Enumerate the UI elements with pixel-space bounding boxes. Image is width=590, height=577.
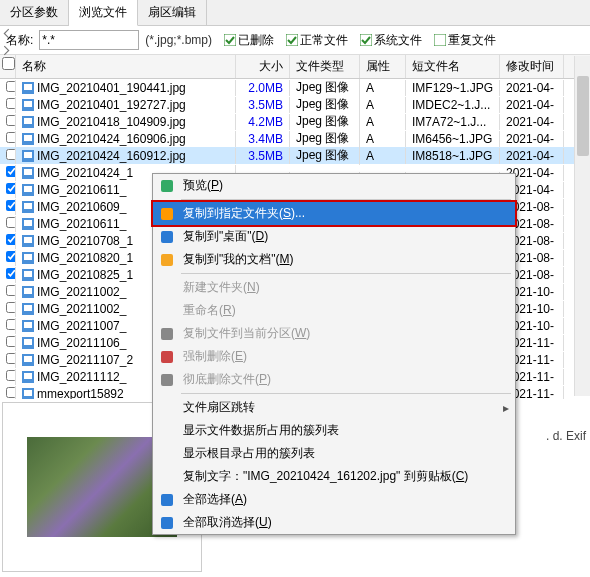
menu-label: 全部选择(A)	[183, 491, 247, 508]
row-checkbox[interactable]	[6, 302, 16, 313]
row-checkbox[interactable]	[6, 115, 16, 126]
file-attr: A	[360, 148, 406, 164]
row-checkbox[interactable]	[6, 353, 16, 364]
row-checkbox[interactable]	[6, 217, 16, 228]
row-checkbox[interactable]	[6, 336, 16, 347]
menu-item: 强制删除(E)	[153, 345, 515, 368]
menu-label: 重命名(R)	[183, 302, 236, 319]
select-all-checkbox[interactable]	[2, 57, 15, 70]
row-checkbox[interactable]	[6, 132, 16, 143]
row-checkbox[interactable]	[6, 370, 16, 381]
row-checkbox[interactable]	[6, 98, 16, 109]
filter-bar: 名称: (*.jpg;*.bmp) 已删除 正常文件 系统文件 重复文件	[0, 26, 590, 55]
menu-item[interactable]: 显示文件数据所占用的簇列表	[153, 419, 515, 442]
table-row[interactable]: IMG_20210401_190441.jpg2.0MBJpeg 图像AIMF1…	[0, 79, 590, 96]
file-short: IMDEC2~1.J...	[406, 97, 500, 113]
row-checkbox[interactable]	[6, 200, 16, 211]
svg-rect-17	[24, 186, 32, 192]
header-name[interactable]: 名称	[16, 55, 236, 78]
file-name: IMG_20210424_160906.jpg	[37, 132, 186, 146]
file-name: IMG_20210609_	[37, 200, 126, 214]
tab-partition[interactable]: 分区参数	[0, 0, 69, 25]
header-attr[interactable]: 属性	[360, 55, 406, 78]
file-name: IMG_20210820_1	[37, 251, 133, 265]
menu-label: 复制到指定文件夹(S)...	[183, 205, 305, 222]
svg-rect-25	[24, 254, 32, 260]
chk-normal[interactable]: 正常文件	[286, 32, 348, 49]
row-checkbox[interactable]	[6, 387, 16, 398]
image-file-icon	[22, 303, 34, 315]
file-type: Jpeg 图像	[290, 146, 360, 165]
row-checkbox[interactable]	[6, 251, 16, 262]
table-row[interactable]: IMG_20210401_192727.jpg3.5MBJpeg 图像AIMDE…	[0, 96, 590, 113]
image-file-icon	[22, 82, 34, 94]
menu-separator	[181, 199, 511, 200]
file-name: IMG_20210611_	[37, 183, 126, 197]
table-row[interactable]: IMG_20210424_160912.jpg3.5MBJpeg 图像AIM85…	[0, 147, 590, 164]
menu-label: 复制文字："IMG_20210424_161202.jpg" 到剪贴板(C)	[183, 468, 468, 485]
svg-rect-21	[24, 220, 32, 226]
file-size: 2.0MB	[236, 80, 290, 96]
row-checkbox[interactable]	[6, 234, 16, 245]
file-date: 2021-04-	[500, 80, 564, 96]
menu-icon	[159, 446, 175, 462]
menu-item[interactable]: 复制到指定文件夹(S)...	[153, 202, 515, 225]
svg-rect-1	[286, 34, 298, 46]
menu-item[interactable]: 复制文字："IMG_20210424_161202.jpg" 到剪贴板(C)	[153, 465, 515, 488]
image-file-icon	[22, 337, 34, 349]
file-name: IMG_20211002_	[37, 285, 126, 299]
file-name: IMG_20210418_104909.jpg	[37, 115, 186, 129]
arrow-left-icon[interactable]	[1, 28, 12, 39]
menu-item[interactable]: 全部选择(A)	[153, 488, 515, 511]
header-type[interactable]: 文件类型	[290, 55, 360, 78]
file-name: IMG_20210401_192727.jpg	[37, 98, 186, 112]
menu-label: 预览(P)	[183, 177, 223, 194]
svg-rect-50	[161, 517, 173, 529]
row-checkbox[interactable]	[6, 81, 16, 92]
row-checkbox[interactable]	[6, 183, 16, 194]
svg-rect-47	[161, 351, 173, 363]
menu-icon	[159, 349, 175, 365]
tab-browse[interactable]: 浏览文件	[69, 0, 138, 26]
menu-icon	[159, 178, 175, 194]
svg-rect-15	[24, 169, 32, 175]
svg-rect-41	[24, 390, 32, 396]
image-file-icon	[22, 184, 34, 196]
header-size[interactable]: 大小	[236, 55, 290, 78]
file-attr: A	[360, 80, 406, 96]
filter-input[interactable]	[39, 30, 139, 50]
chk-deleted[interactable]: 已删除	[224, 32, 274, 49]
menu-item[interactable]: 全部取消选择(U)	[153, 511, 515, 534]
menu-label: 显示文件数据所占用的簇列表	[183, 422, 339, 439]
menu-item[interactable]: 复制到"我的文档"(M)	[153, 248, 515, 271]
table-row[interactable]: IMG_20210424_160906.jpg3.4MBJpeg 图像AIM64…	[0, 130, 590, 147]
row-checkbox[interactable]	[6, 268, 16, 279]
menu-icon	[159, 206, 175, 222]
menu-item[interactable]: 文件扇区跳转▸	[153, 396, 515, 419]
image-file-icon	[22, 99, 34, 111]
header-date[interactable]: 修改时间	[500, 55, 564, 78]
file-short: IMF129~1.JPG	[406, 80, 500, 96]
chk-dup[interactable]: 重复文件	[434, 32, 496, 49]
chk-system[interactable]: 系统文件	[360, 32, 422, 49]
file-short: IM7A72~1.J...	[406, 114, 500, 130]
row-checkbox[interactable]	[6, 285, 16, 296]
scroll-thumb[interactable]	[577, 76, 589, 156]
menu-item[interactable]: 显示根目录占用的簇列表	[153, 442, 515, 465]
menu-label: 显示根目录占用的簇列表	[183, 445, 315, 462]
image-file-icon	[22, 201, 34, 213]
menu-item: 新建文件夹(N)	[153, 276, 515, 299]
menu-item[interactable]: 复制到"桌面"(D)	[153, 225, 515, 248]
table-row[interactable]: IMG_20210418_104909.jpg4.2MBJpeg 图像AIM7A…	[0, 113, 590, 130]
file-date: 2021-04-	[500, 131, 564, 147]
svg-rect-5	[24, 84, 32, 90]
menu-icon	[159, 229, 175, 245]
header-short[interactable]: 短文件名	[406, 55, 500, 78]
arrow-right-icon[interactable]	[1, 45, 12, 56]
row-checkbox[interactable]	[6, 166, 16, 177]
row-checkbox[interactable]	[6, 149, 16, 160]
scrollbar[interactable]	[574, 56, 590, 396]
row-checkbox[interactable]	[6, 319, 16, 330]
menu-item[interactable]: 预览(P)	[153, 174, 515, 197]
tab-sector-edit[interactable]: 扇区编辑	[138, 0, 207, 25]
